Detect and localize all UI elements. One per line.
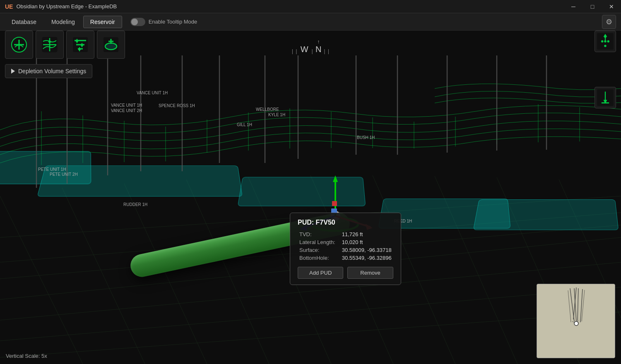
viewport-down-button[interactable]	[595, 87, 616, 108]
pud-lateral-label: Lateral Length:	[298, 238, 340, 246]
move-down-icon	[597, 89, 614, 106]
menu-bar: Database Modeling Reservoir Enable Toolt…	[0, 13, 621, 31]
pud-details-table: TVD: 11,726 ft Lateral Length: 10,020 ft…	[298, 230, 393, 262]
filters-button[interactable]	[66, 31, 94, 59]
pud-surface-label: Surface:	[298, 246, 340, 254]
tooltip-mode-label: Enable Tooltip Mode	[149, 19, 197, 25]
pud-lateral-row: Lateral Length: 10,020 ft	[298, 238, 393, 246]
add-well-icon	[10, 36, 28, 54]
minimize-button[interactable]: ─	[564, 0, 583, 13]
svg-point-61	[574, 321, 578, 326]
svg-point-88	[601, 40, 603, 42]
pud-actions: Add PUD Remove	[298, 267, 393, 279]
close-button[interactable]: ✕	[602, 0, 621, 13]
app-logo: UE	[5, 3, 13, 10]
minimap-inner	[537, 284, 615, 358]
app-title: Obsidian by Upstream Edge - ExampleDB	[16, 3, 117, 10]
compass-north-arrow: ↑	[317, 39, 320, 45]
move-up-icon	[597, 33, 614, 50]
svg-point-83	[105, 43, 117, 50]
toolbar	[5, 31, 125, 59]
add-surface-icon	[41, 36, 59, 54]
pud-tvd-label: TVD:	[298, 230, 340, 238]
right-toolbar-top	[595, 31, 616, 52]
grid-canvas	[0, 31, 621, 364]
pud-tvd-value: 11,726 ft	[340, 230, 393, 238]
minimap	[537, 284, 615, 358]
compass: | | W | ↑ N | |	[292, 39, 329, 54]
filters-icon	[71, 36, 89, 54]
pud-tooltip: PUD: F7V50 TVD: 11,726 ft Lateral Length…	[290, 213, 401, 285]
right-toolbar-bottom	[595, 87, 616, 108]
pud-bottomhole-label: BottomHole:	[298, 254, 340, 262]
menu-reservoir[interactable]: Reservoir	[83, 16, 122, 28]
pud-surface-value: 30.58009, -96.33718	[340, 246, 393, 254]
menu-database[interactable]: Database	[5, 16, 43, 28]
3d-viewport[interactable]: | | W | ↑ N | | VANCE UNIT 1H VANCE UNIT…	[0, 31, 621, 364]
remove-pud-button[interactable]: Remove	[347, 267, 393, 279]
pud-surface-row: Surface: 30.58009, -96.33718	[298, 246, 393, 254]
viewport-up-button[interactable]	[595, 31, 616, 52]
pud-tvd-row: TVD: 11,726 ft	[298, 230, 393, 238]
pud-title: PUD: F7V50	[298, 219, 393, 226]
svg-point-91	[604, 45, 606, 47]
svg-point-81	[78, 48, 81, 50]
title-bar: UE Obsidian by Upstream Edge - ExampleDB…	[0, 0, 621, 13]
svg-point-77	[76, 40, 78, 42]
depletion-panel-label: Depletion Volume Settings	[18, 68, 86, 74]
add-well-button[interactable]	[5, 31, 33, 59]
compass-n: N	[315, 45, 321, 54]
tooltip-toggle-container: Enable Tooltip Mode	[130, 18, 197, 26]
maximize-button[interactable]: □	[583, 0, 602, 13]
pud-lateral-value: 10,020 ft	[340, 238, 393, 246]
add-pad-icon	[102, 36, 120, 54]
tooltip-mode-toggle[interactable]	[130, 18, 145, 26]
svg-point-90	[607, 40, 609, 42]
vertical-scale-label: Vertical Scale: 5x	[6, 353, 47, 359]
pud-bottomhole-value: 30.55349, -96.32896	[340, 254, 393, 262]
pud-bottomhole-row: BottomHole: 30.55349, -96.32896	[298, 254, 393, 262]
menu-modeling[interactable]: Modeling	[45, 16, 82, 28]
settings-button[interactable]: ⚙	[602, 15, 616, 29]
depletion-volume-panel[interactable]: Depletion Volume Settings	[5, 64, 92, 78]
window-controls[interactable]: ─ □ ✕	[564, 0, 621, 13]
add-surface-button[interactable]	[36, 31, 64, 59]
minimap-svg	[537, 284, 615, 358]
expand-triangle-icon	[11, 69, 15, 74]
add-pud-button[interactable]: Add PUD	[298, 267, 343, 279]
svg-point-79	[81, 44, 83, 46]
add-pad-button[interactable]	[97, 31, 125, 59]
compass-w: W	[301, 45, 308, 54]
